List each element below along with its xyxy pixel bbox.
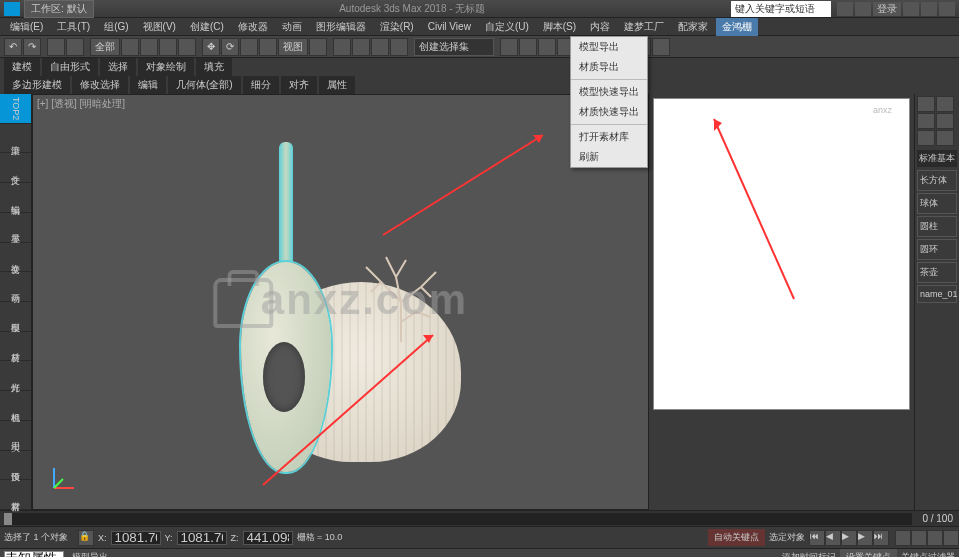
named-selection-input[interactable]: 创建选择集 xyxy=(414,38,494,56)
sidebar-asset[interactable]: 素材 xyxy=(0,480,31,510)
menu-create[interactable]: 创建(C) xyxy=(184,18,230,36)
create-box-button[interactable]: 长方体 xyxy=(917,170,957,191)
sidebar-display[interactable]: 显示 xyxy=(0,213,31,243)
menu-item-quick-export-material[interactable]: 材质快速导出 xyxy=(571,102,647,122)
undo-button[interactable]: ↶ xyxy=(4,38,22,56)
autokey-button[interactable]: 自动关键点 xyxy=(708,529,765,546)
render-button[interactable] xyxy=(652,38,670,56)
timeline-track[interactable] xyxy=(4,513,912,525)
menu-item-open-library[interactable]: 打开素材库 xyxy=(571,127,647,147)
play-prev-button[interactable]: ◀ xyxy=(825,530,841,546)
menu-edit[interactable]: 编辑(E) xyxy=(4,18,49,36)
sidebar-transform[interactable]: 变换 xyxy=(0,243,31,273)
sidebar-animation[interactable]: 动画 xyxy=(0,272,31,302)
percent-snap-button[interactable] xyxy=(371,38,389,56)
ribbon-tab-modeling[interactable]: 建模 xyxy=(4,58,40,76)
align-button[interactable] xyxy=(519,38,537,56)
play-last-button[interactable]: ⏭ xyxy=(873,530,889,546)
menu-item-export-model[interactable]: 模型导出 xyxy=(571,37,647,57)
maximize-icon[interactable] xyxy=(921,2,937,16)
motion-tab-icon[interactable] xyxy=(936,113,954,129)
spinner-snap-button[interactable] xyxy=(390,38,408,56)
create-torus-button[interactable]: 圆环 xyxy=(917,239,957,260)
sidebar-material[interactable]: 材质 xyxy=(0,332,31,362)
sidebar-file[interactable]: 文件 xyxy=(0,153,31,183)
ribbon-tab-populate[interactable]: 填充 xyxy=(196,58,232,76)
menu-plugin3-open[interactable]: 金鸿棚 xyxy=(716,18,758,36)
ref-coord-dropdown[interactable]: 视图 xyxy=(278,38,308,56)
set-key-button[interactable]: 设置关键点 xyxy=(840,549,897,557)
object-name-field[interactable]: name_01 xyxy=(917,285,957,303)
nav-max-button[interactable] xyxy=(943,530,959,546)
star-icon[interactable] xyxy=(855,2,871,16)
menu-animation[interactable]: 动画 xyxy=(276,18,308,36)
play-next-button[interactable]: ▶ xyxy=(857,530,873,546)
select-button[interactable] xyxy=(121,38,139,56)
key-filter-button[interactable]: 关键点过滤器 xyxy=(897,551,959,557)
sidebar-model[interactable]: 模型 xyxy=(0,302,31,332)
help-search-input[interactable]: 键入关键字或短语 xyxy=(731,1,831,17)
ribbon-sub-polymodel[interactable]: 多边形建模 xyxy=(4,76,70,94)
sidebar-top2[interactable]: TOP2 xyxy=(0,94,31,124)
select-name-button[interactable] xyxy=(140,38,158,56)
y-input[interactable] xyxy=(177,531,227,545)
create-teapot-button[interactable]: 茶壶 xyxy=(917,262,957,283)
timeline-marker[interactable] xyxy=(4,513,12,525)
lock-selection-button[interactable]: 🔒 xyxy=(78,530,94,546)
coral-object[interactable] xyxy=(341,242,461,342)
create-tab-icon[interactable] xyxy=(917,96,935,112)
nav-orbit-button[interactable] xyxy=(911,530,927,546)
link-button[interactable] xyxy=(47,38,65,56)
sidebar-preset[interactable]: 预设 xyxy=(0,451,31,481)
menu-item-quick-export-model[interactable]: 模型快速导出 xyxy=(571,82,647,102)
hierarchy-tab-icon[interactable] xyxy=(917,113,935,129)
menu-modifiers[interactable]: 修改器 xyxy=(232,18,274,36)
sidebar-utility[interactable]: 实用 xyxy=(0,421,31,451)
z-input[interactable] xyxy=(243,531,293,545)
ribbon-sub-geometry[interactable]: 几何体(全部) xyxy=(168,76,241,94)
menu-view[interactable]: 视图(V) xyxy=(137,18,182,36)
menu-item-export-material[interactable]: 材质导出 xyxy=(571,57,647,77)
move-button[interactable]: ✥ xyxy=(202,38,220,56)
create-sphere-button[interactable]: 球体 xyxy=(917,193,957,214)
menu-rendering[interactable]: 渲染(R) xyxy=(374,18,420,36)
menu-item-refresh[interactable]: 刷新 xyxy=(571,147,647,167)
timeline[interactable]: 0 / 100 xyxy=(0,510,959,526)
menu-plugin2[interactable]: 配家家 xyxy=(672,18,714,36)
asset-browser-panel[interactable]: anxz xyxy=(653,98,910,410)
sidebar-edit[interactable]: 编辑 xyxy=(0,183,31,213)
utilities-tab-icon[interactable] xyxy=(936,130,954,146)
selection-filter-label[interactable]: 选定对象 xyxy=(765,531,809,544)
maxscript-input[interactable] xyxy=(4,551,64,558)
minimize-icon[interactable] xyxy=(903,2,919,16)
angle-snap-button[interactable] xyxy=(352,38,370,56)
ribbon-sub-edit[interactable]: 编辑 xyxy=(130,76,166,94)
layers-button[interactable] xyxy=(538,38,556,56)
play-first-button[interactable]: ⏮ xyxy=(809,530,825,546)
ribbon-tab-freeform[interactable]: 自由形式 xyxy=(42,58,98,76)
modify-tab-icon[interactable] xyxy=(936,96,954,112)
ribbon-sub-align[interactable]: 对齐 xyxy=(281,76,317,94)
menu-tools[interactable]: 工具(T) xyxy=(51,18,96,36)
select-region-button[interactable] xyxy=(159,38,177,56)
menu-scripting[interactable]: 脚本(S) xyxy=(537,18,582,36)
create-cylinder-button[interactable]: 圆柱 xyxy=(917,216,957,237)
sidebar-light[interactable]: 灯光 xyxy=(0,361,31,391)
info-icon[interactable] xyxy=(837,2,853,16)
ribbon-tab-objectpaint[interactable]: 对象绘制 xyxy=(138,58,194,76)
selection-filter-dropdown[interactable]: 全部 xyxy=(90,38,120,56)
ribbon-sub-modifysel[interactable]: 修改选择 xyxy=(72,76,128,94)
sidebar-render[interactable]: 渲染 xyxy=(0,124,31,154)
ribbon-sub-subdiv[interactable]: 细分 xyxy=(243,76,279,94)
scale-button[interactable] xyxy=(240,38,258,56)
nav-pan-button[interactable] xyxy=(895,530,911,546)
sidebar-camera[interactable]: 相机 xyxy=(0,391,31,421)
viewport[interactable]: [+] [透视] [明暗处理] anxz.com xyxy=(32,94,649,510)
menu-civil-view[interactable]: Civil View xyxy=(422,19,477,34)
add-time-tag-button[interactable]: 添加时间标记 xyxy=(778,551,840,557)
unlink-button[interactable] xyxy=(66,38,84,56)
menu-customize[interactable]: 自定义(U) xyxy=(479,18,535,36)
menu-graph-editors[interactable]: 图形编辑器 xyxy=(310,18,372,36)
ribbon-tab-selection[interactable]: 选择 xyxy=(100,58,136,76)
close-icon[interactable] xyxy=(939,2,955,16)
